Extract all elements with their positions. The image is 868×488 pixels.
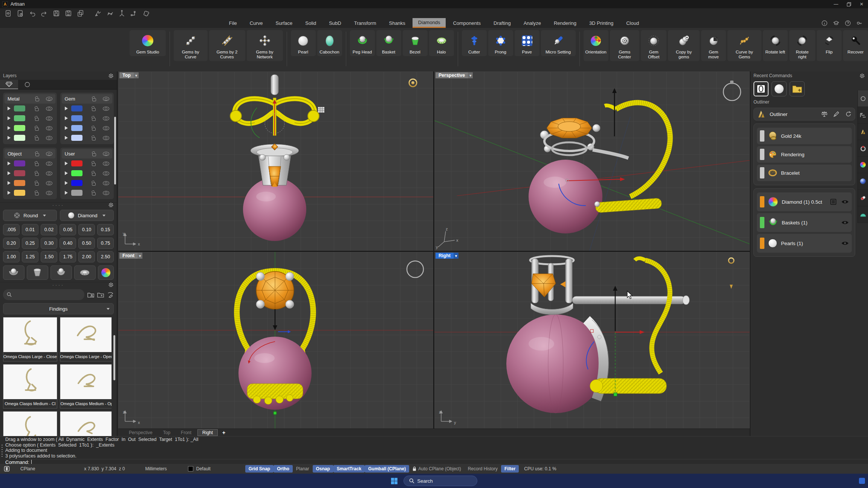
size-button[interactable]: 0.75 (97, 238, 114, 249)
lock-icon[interactable] (35, 183, 39, 186)
size-button[interactable]: 1.75 (60, 251, 76, 262)
menu-shanks[interactable]: Shanks (383, 18, 411, 28)
play-triangle-icon[interactable] (65, 191, 68, 195)
viewport-menu-caret-icon[interactable]: ▾ (138, 253, 142, 259)
menu-curve[interactable]: Curve (244, 18, 269, 28)
current-layer-swatch[interactable] (188, 466, 193, 471)
lock-icon[interactable] (92, 163, 96, 166)
toggle-gumball[interactable]: Gumball (CPlane) (365, 465, 409, 473)
ribbon-button-gems-center[interactable]: Gems Center (610, 30, 639, 61)
ribbon-button-peg-head[interactable]: Peg Head (350, 30, 375, 56)
maximize-button[interactable] (842, 0, 855, 8)
ribbon-button-orientation[interactable]: Orientation (584, 30, 608, 61)
lock-icon[interactable] (92, 118, 96, 121)
viewport-right-label[interactable]: Right▾ (436, 253, 458, 259)
layer-group-header[interactable]: Object (5, 149, 55, 159)
layer-row[interactable] (62, 133, 113, 143)
gear-icon[interactable] (108, 202, 114, 208)
curve-edit-icon[interactable] (106, 10, 113, 17)
layer-row[interactable] (62, 123, 113, 133)
eye-icon[interactable] (46, 107, 52, 111)
folder-user-icon[interactable] (87, 291, 94, 298)
lock-icon[interactable] (92, 137, 96, 140)
tab-gem-dark[interactable] (858, 173, 868, 190)
layer-row[interactable] (62, 168, 113, 178)
menu-analyze[interactable]: Analyze (518, 18, 547, 28)
lock-icon[interactable] (92, 192, 96, 195)
tab-perspective[interactable]: Perspective (124, 429, 157, 436)
toggle-planar[interactable]: Planar (293, 465, 313, 473)
outliner-item-bracelet[interactable]: Bracelet (757, 165, 852, 181)
size-button[interactable]: 0.15 (97, 224, 114, 235)
ribbon-button-rotate-right[interactable]: Rotate right (789, 30, 815, 61)
tab-front[interactable]: Front (176, 429, 196, 436)
ribbon-button-gems-by-network[interactable]: Gems by Network (247, 30, 283, 61)
eye-icon[interactable] (46, 136, 52, 140)
pencil-icon[interactable] (833, 111, 840, 117)
layer-group-header[interactable]: User (62, 149, 113, 159)
play-triangle-icon[interactable] (65, 126, 68, 130)
ribbon-button-pave[interactable]: Pave (515, 30, 539, 56)
tab-layers-diamond[interactable] (0, 80, 18, 89)
size-button[interactable]: 0.30 (41, 238, 57, 249)
add-viewport-button[interactable]: + (219, 430, 228, 436)
lock-icon[interactable] (35, 173, 39, 176)
license-key-icon[interactable] (856, 20, 863, 26)
lock-icon[interactable] (35, 108, 39, 111)
tab-right[interactable]: Right (197, 429, 218, 436)
color-swatch[interactable] (14, 160, 25, 166)
color-swatch[interactable] (71, 180, 83, 186)
current-layer-label[interactable]: Default (196, 466, 211, 471)
size-button[interactable]: 0.01 (22, 224, 38, 235)
eye-icon[interactable] (103, 181, 109, 185)
size-button[interactable]: 0.10 (78, 224, 95, 235)
finding-item[interactable]: Omega Clasps Large - Open (60, 317, 112, 361)
size-button[interactable]: 1.00 (3, 251, 20, 262)
toggle-osnap[interactable]: Osnap (313, 465, 333, 473)
copy-icon[interactable] (77, 10, 84, 17)
play-triangle-icon[interactable] (8, 162, 11, 165)
redo-icon[interactable] (41, 10, 48, 17)
eye-icon[interactable] (46, 126, 52, 130)
ribbon-button-flip[interactable]: Flip (817, 30, 842, 61)
play-triangle-icon[interactable] (65, 181, 68, 185)
gem-cut-dropdown[interactable]: Diamond (60, 210, 114, 221)
eye-icon[interactable] (46, 97, 52, 101)
tab-outline-tree[interactable] (858, 107, 868, 124)
lock-icon[interactable] (92, 108, 96, 111)
open-file-icon[interactable] (17, 10, 24, 17)
tab-gem-colors[interactable] (858, 157, 868, 173)
info-icon[interactable] (821, 20, 828, 26)
setting-style-basket-button[interactable] (50, 265, 72, 280)
color-swatch[interactable] (14, 125, 25, 131)
findings-scrollbar[interactable] (113, 335, 115, 380)
ribbon-button-micro-setting[interactable]: Micro Setting (541, 30, 576, 56)
command-grip[interactable] (2, 445, 3, 458)
close-button[interactable]: ✕ (855, 0, 868, 8)
setting-style-bezel-button[interactable] (27, 265, 48, 280)
color-swatch[interactable] (71, 105, 83, 111)
layers-scrollbar[interactable] (114, 117, 116, 185)
tab-artisan[interactable] (858, 124, 868, 140)
viewport-front[interactable]: Front▾ x z (118, 252, 433, 429)
tab-layers-circle[interactable] (18, 80, 36, 89)
panel-splitter[interactable]: ···· (0, 282, 117, 287)
size-button[interactable]: 0.20 (3, 238, 20, 249)
viewport-top[interactable]: Top▾ x y (118, 72, 433, 251)
sync-icon[interactable] (845, 111, 852, 117)
recent-command-ellipse[interactable] (753, 81, 769, 96)
viewport-front-label[interactable]: Front▾ (119, 253, 142, 259)
folder-add-icon[interactable] (97, 291, 104, 298)
layer-row[interactable] (5, 178, 55, 188)
viewport-menu-caret-icon[interactable]: ▾ (454, 253, 458, 259)
save-icon[interactable] (53, 10, 60, 17)
eye-icon[interactable] (103, 126, 109, 130)
layer-row[interactable] (62, 104, 113, 113)
size-button[interactable]: 2.50 (97, 251, 114, 262)
menu-surface[interactable]: Surface (270, 18, 298, 28)
color-swatch[interactable] (14, 180, 25, 186)
eye-icon[interactable] (103, 191, 109, 195)
ribbon-button-gems-by-2-curves[interactable]: Gems by 2 Curves (209, 30, 245, 61)
windows-start-icon[interactable] (391, 478, 397, 484)
sketch-tool-icon[interactable] (94, 10, 101, 17)
